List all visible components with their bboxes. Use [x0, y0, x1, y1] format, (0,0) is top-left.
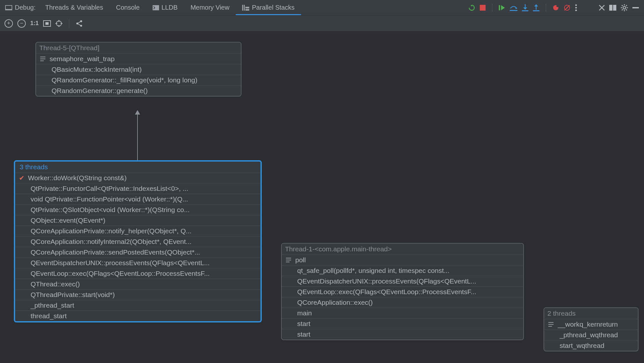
svg-rect-24 — [613, 5, 616, 11]
frame-row[interactable]: QThreadPrivate::start(void*) — [15, 289, 260, 300]
svg-line-31 — [626, 9, 627, 10]
target-icon[interactable] — [55, 20, 62, 27]
frame-row[interactable]: void QtPrivate::FunctionPointer<void (Wo… — [15, 194, 260, 204]
frame-row[interactable]: QEventDispatcherUNIX::processEvents(QFla… — [15, 257, 260, 268]
svg-rect-3 — [242, 5, 243, 11]
frame-row[interactable]: start — [282, 318, 523, 329]
svg-rect-13 — [533, 10, 539, 11]
fit-screen-icon[interactable] — [43, 20, 51, 27]
svg-line-30 — [622, 5, 623, 6]
debug-title-text: Debug: — [15, 4, 36, 11]
svg-point-25 — [623, 6, 626, 9]
frame-row[interactable]: _pthread_start — [15, 300, 260, 311]
frame-row[interactable]: QEventLoop::exec(QFlags<QEventLoop::Proc… — [282, 286, 523, 297]
current-frame-icon: ✔ — [19, 174, 25, 182]
svg-rect-5 — [245, 7, 249, 8]
frame-row[interactable]: QBasicMutex::lockInternal(int) — [36, 64, 241, 75]
frame-row[interactable]: QCoreApplicationPrivate::sendPostedEvent… — [15, 247, 260, 257]
tab-parallel-stacks[interactable]: Parallel Stacks — [236, 0, 301, 15]
debug-panel-icon — [5, 5, 12, 11]
svg-rect-8 — [499, 5, 500, 10]
zoom-in-button[interactable]: + — [5, 19, 13, 28]
stack-box-2threads[interactable]: 2 threads __workq_kernreturn _pthread_wq… — [544, 307, 639, 351]
debug-title: Debug: — [2, 4, 39, 11]
tab-threads-variables[interactable]: Threads & Variables — [39, 0, 110, 15]
frame-row[interactable]: start — [282, 329, 523, 340]
svg-point-15 — [556, 5, 558, 7]
svg-line-46 — [78, 24, 80, 25]
layout-icon[interactable] — [609, 5, 616, 11]
resume-icon[interactable] — [499, 5, 505, 11]
frame-row[interactable]: semaphore_wait_trap — [36, 53, 241, 64]
frame-row[interactable]: QRandomGenerator::_fillRange(void*, long… — [36, 75, 241, 85]
debug-toolbar: Debug: Threads & Variables Console LLDB … — [0, 0, 644, 15]
terminal-icon — [153, 5, 159, 10]
svg-rect-6 — [245, 9, 249, 11]
tab-memory-view[interactable]: Memory View — [184, 0, 236, 15]
stack-title: 2 threads — [544, 308, 638, 319]
frame-row[interactable]: QtPrivate::QSlotObject<void (Worker::*)(… — [15, 204, 260, 215]
gear-icon[interactable] — [621, 4, 628, 11]
svg-rect-36 — [45, 22, 49, 25]
close-icon[interactable] — [599, 5, 605, 11]
frame-row[interactable]: __workq_kernreturn — [544, 319, 638, 330]
frame-marker-icon — [40, 56, 47, 61]
svg-rect-23 — [609, 5, 612, 11]
frame-marker-icon — [286, 257, 293, 263]
more-icon[interactable] — [575, 4, 577, 11]
toolbar-divider — [492, 3, 492, 12]
breakpoints-icon[interactable] — [553, 5, 559, 11]
arrow-head-icon — [135, 110, 140, 115]
frame-row[interactable]: QRandomGenerator::generate() — [36, 85, 241, 96]
svg-line-45 — [78, 22, 80, 23]
stack-box-3threads[interactable]: 3 threads ✔ Worker::doWork(QString const… — [14, 160, 262, 322]
svg-rect-9 — [510, 10, 517, 11]
svg-rect-7 — [480, 5, 486, 11]
mute-breakpoints-icon[interactable] — [564, 4, 571, 11]
stack-box-thread5[interactable]: Thread-5-[QThread] semaphore_wait_trap Q… — [35, 42, 242, 97]
zoom-out-button[interactable]: − — [17, 19, 26, 28]
stop-icon[interactable] — [480, 5, 486, 11]
graph-toolbar: + − 1:1 — [0, 15, 644, 32]
stack-box-thread1[interactable]: Thread-1-<com.apple.main-thread> poll qt… — [281, 243, 524, 340]
svg-line-32 — [622, 9, 623, 10]
frame-row[interactable]: thread_start — [15, 311, 260, 321]
rerun-icon[interactable] — [468, 4, 475, 11]
frame-marker-icon — [548, 322, 555, 327]
step-over-icon[interactable] — [510, 5, 517, 11]
frame-row[interactable]: QtPrivate::FunctorCall<QtPrivate::Indexe… — [15, 183, 260, 194]
svg-point-20 — [575, 9, 577, 11]
step-into-icon[interactable] — [522, 4, 528, 11]
frame-row[interactable]: QObject::event(QEvent*) — [15, 215, 260, 226]
stacks-icon — [242, 5, 249, 11]
frame-row[interactable]: main — [282, 308, 523, 318]
frame-row[interactable]: QEventDispatcherUNIX::processEvents(QFla… — [282, 276, 523, 286]
svg-point-18 — [575, 4, 577, 6]
frame-row[interactable]: QCoreApplication::notifyInternal2(QObjec… — [15, 236, 260, 247]
frame-row[interactable]: qt_safe_poll(pollfd*, unsigned int, time… — [282, 265, 523, 276]
frame-row[interactable]: QThread::exec() — [15, 279, 260, 289]
svg-rect-2 — [153, 5, 159, 10]
parallel-stacks-canvas[interactable]: Thread-5-[QThread] semaphore_wait_trap Q… — [0, 32, 644, 363]
stack-title: Thread-1-<com.apple.main-thread> — [282, 244, 523, 255]
frame-row[interactable]: poll — [282, 255, 523, 265]
minimize-icon[interactable] — [632, 7, 639, 8]
step-out-icon[interactable] — [533, 4, 539, 11]
frame-row[interactable]: _pthread_wqthread — [544, 330, 638, 340]
actual-size-button[interactable]: 1:1 — [30, 20, 39, 27]
share-icon[interactable] — [76, 20, 83, 27]
frame-row[interactable]: QEventLoop::exec(QFlags<QEventLoop::Proc… — [15, 268, 260, 279]
toolbar-divider — [69, 19, 69, 28]
tab-console[interactable]: Console — [109, 0, 146, 15]
debug-action-bar — [465, 3, 642, 12]
frame-row-current[interactable]: ✔ Worker::doWork(QString const&) — [15, 172, 260, 183]
svg-rect-1 — [5, 9, 12, 10]
frame-row[interactable]: QCoreApplication::exec() — [282, 297, 523, 308]
tab-lldb[interactable]: LLDB — [146, 0, 184, 15]
frame-row[interactable]: start_wqthread — [544, 340, 638, 351]
toolbar-divider — [546, 3, 546, 12]
stack-title: Thread-5-[QThread] — [36, 42, 241, 53]
frame-row[interactable]: QCoreApplicationPrivate::notify_helper(Q… — [15, 226, 260, 236]
svg-rect-4 — [244, 5, 245, 11]
svg-point-19 — [575, 7, 577, 8]
